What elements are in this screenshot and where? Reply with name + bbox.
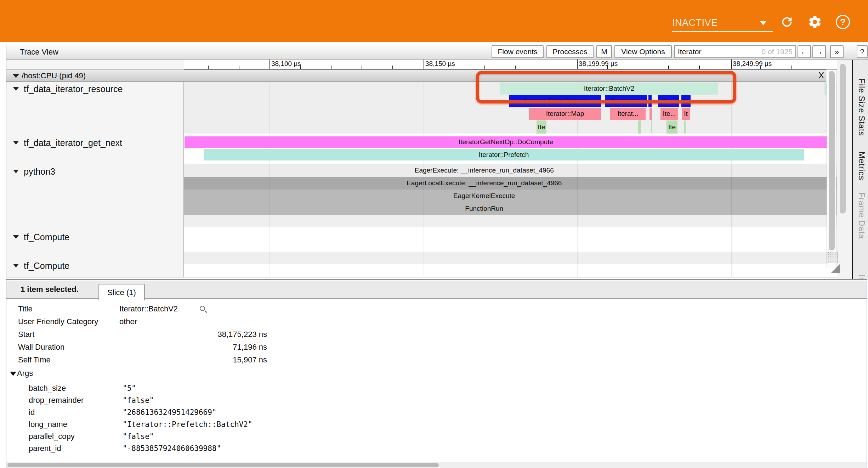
process-header[interactable]: /host:CPU (pid 49) X [6,69,826,82]
track-background-band [184,215,837,227]
time-ruler[interactable]: 38,100 µs38,150 µs38,199.99 µs38,249.99 … [184,60,837,69]
trace-event-slice[interactable]: It [682,108,690,120]
detail-row: Start38,175,223 ns [6,329,867,339]
detail-row: TitleIterator::BatchV2 [6,304,867,314]
arg-label: batch_size [29,383,66,393]
status-select-underline [672,31,773,32]
collapse-triangle-icon[interactable] [13,170,19,173]
help-button[interactable]: ? [857,45,868,58]
ruler-minor-tick [668,66,669,69]
slice-details-panel: 1 item selected. Slice (1) TitleIterator… [6,279,867,468]
ruler-minor-tick [239,66,239,69]
track-row-label[interactable]: python3 [6,165,183,178]
page-scrollbar-thumb[interactable] [840,64,846,214]
arg-label: parent_id [29,444,61,453]
trace-event-slice[interactable]: Iterator::BatchV2 [500,83,718,95]
trace-event-slice[interactable]: Ite [681,95,691,107]
toolbar-button-m[interactable]: M [596,45,612,58]
track-background-band [184,252,837,264]
arg-value: "Iterator::Prefetch::BatchV2" [123,419,253,429]
ruler-minor-tick [791,66,792,69]
app-header: INACTIVE ? [0,0,868,42]
tab-slice[interactable]: Slice (1) [98,284,145,300]
close-process-button[interactable]: X [818,71,824,80]
side-tab-in: In [857,275,866,279]
ruler-minor-tick [208,66,209,69]
detail-row: User Friendly Categoryother [6,317,867,327]
arg-row: parent_id"-8853857924060639988" [6,444,867,453]
trace-event-slice[interactable]: Ite [537,120,546,134]
trace-event-slice[interactable]: Iterator::Map [529,108,601,120]
ruler-minor-tick [760,66,761,69]
gear-icon[interactable] [807,15,822,29]
timeline-canvas[interactable]: Iterator::BatchV2Iterator::FiniteRepeatI… [184,82,837,277]
track-row-label[interactable]: tf_Compute [6,231,183,243]
args-expander[interactable]: Args [10,369,33,378]
side-tab-file-size-stats[interactable]: File Size Stats [857,79,866,136]
track-label-text: tf_data_iterator_resource [24,84,123,94]
trace-event-slice[interactable]: Iterat... [610,108,646,120]
arg-row: id"2686136324951429669" [6,407,867,417]
trace-event-slice[interactable] [651,120,652,134]
magnifier-icon[interactable] [200,306,205,311]
details-hscrollbar-track[interactable] [6,462,867,468]
ruler-minor-tick [638,66,639,69]
search-input[interactable]: Iterator 0 of 1925 [674,45,796,58]
detail-label: Start [18,329,34,339]
expand-triangle-icon [10,372,16,376]
help-icon[interactable]: ? [836,15,850,29]
ruler-major-tick [577,60,578,69]
trace-event-slice[interactable]: Ite [666,120,677,134]
trace-event-slice[interactable]: IteratorGetNextOp::DoCompute [185,136,827,148]
find-next-button[interactable]: → [812,45,826,58]
arg-row: batch_size"5" [6,383,867,393]
ruler-minor-tick [699,66,700,69]
trace-event-slice[interactable]: Iterator:... [605,95,647,107]
ruler-minor-tick [484,66,485,69]
trace-event-slice[interactable]: Iterator::Prefetch [204,149,804,160]
collapse-triangle-icon[interactable] [13,87,19,91]
detail-label: Self Time [18,355,51,365]
detail-label: Title [18,304,33,314]
arg-row: parallel_copy"false" [6,432,867,441]
collapse-triangle-icon[interactable] [13,235,19,239]
track-row-label[interactable]: tf_data_iterator_get_next [6,136,183,149]
toolbar-button-flow-events[interactable]: Flow events [492,45,544,58]
trace-event-slice[interactable] [684,120,686,134]
arg-row: drop_remainder"false" [6,395,867,405]
selection-status: 1 item selected. [21,285,79,294]
detail-value: other [119,317,137,327]
chevron-down-icon [760,21,767,25]
collapse-triangle-icon[interactable] [13,264,19,267]
trace-event-slice[interactable] [648,95,652,107]
status-select[interactable]: INACTIVE [672,16,773,33]
toolbar-button-processes[interactable]: Processes [546,45,594,58]
refresh-icon[interactable] [780,15,794,29]
track-row-label[interactable]: tf_Compute [6,259,183,272]
trace-event-slice[interactable] [649,108,652,120]
find-prev-button[interactable]: ← [798,45,811,58]
drag-grip-handle[interactable] [827,252,838,263]
details-hscrollbar-thumb[interactable] [7,463,439,467]
more-button[interactable]: » [830,45,844,58]
arg-row: long_name"Iterator::Prefetch::BatchV2" [6,419,867,429]
trace-row-label: EagerKernelExecute [184,190,784,202]
trace-row-label: EagerLocalExecute: __inference_run_datas… [184,177,784,190]
arg-value: "5" [123,383,136,393]
side-tab-metrics[interactable]: Metrics [857,152,866,180]
trace-event-slice[interactable]: Ite... [660,108,678,120]
ruler-minor-tick [362,66,362,69]
track-label-text: tf_Compute [24,261,69,271]
trace-event-slice[interactable]: Ite... [658,95,679,107]
trace-view-toolbar: Trace View Flow eventsProcessesMView Opt… [6,44,868,60]
ruler-tick-label: 38,249.99 µs [733,60,772,68]
collapse-triangle-icon[interactable] [13,74,19,78]
trace-event-slice[interactable] [638,120,641,134]
collapse-triangle-icon[interactable] [13,141,19,145]
track-row-label[interactable]: tf_data_iterator_resource [6,83,183,95]
trace-event-slice[interactable]: Iterator::FiniteRepeat [509,95,601,107]
toolbar-button-view-options[interactable]: View Options [614,45,672,58]
right-tab-rail: File Size StatsMetricsFrame DataIn [852,60,868,279]
timeline-scrollbar-thumb[interactable] [829,71,835,250]
search-value: Iterator [678,47,761,56]
